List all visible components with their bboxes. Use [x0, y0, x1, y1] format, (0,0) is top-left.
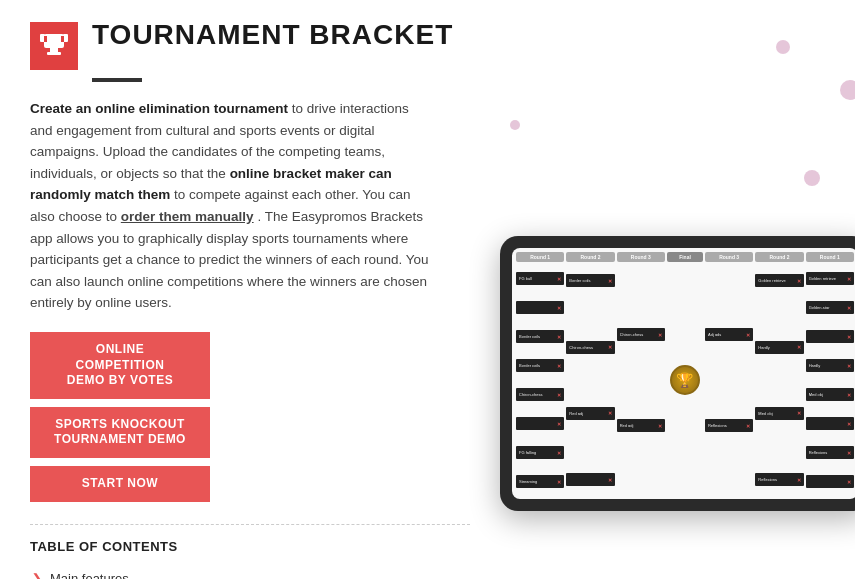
- title-underline: [92, 78, 142, 82]
- chevron-icon-1: ❯: [30, 572, 42, 579]
- bracket-slot-2-5: Red adj✕: [566, 407, 614, 420]
- toc-section: TABLE OF CONTENTS ❯ Main features ❯ Pric…: [30, 524, 470, 580]
- bracket-slot-3-2: Red adj✕: [617, 419, 665, 432]
- svg-rect-4: [47, 52, 61, 55]
- bracket-slot-6-1: Golden retrieve✕: [755, 274, 803, 287]
- tablet-mockup: Round 1 Round 2 Round 3 Final Round 3 Ro…: [500, 236, 855, 526]
- round-header-1: Round 1: [516, 252, 564, 262]
- bracket-slot-7-3: ✕: [806, 330, 854, 343]
- deco-dot-3: [510, 120, 520, 130]
- bracket-slot-7-2: Golden-star✕: [806, 301, 854, 314]
- round-header-7: Round 1: [806, 252, 854, 262]
- bracket-slot-1-5: Chiron-chess✕: [516, 388, 564, 401]
- desc-underline: order them manually: [121, 209, 254, 224]
- start-now-button[interactable]: START NOW: [30, 466, 210, 502]
- bracket-col-6: Golden retrieve✕ Hardly✕ Med obj✕: [755, 265, 803, 495]
- round-header-final: Final: [667, 252, 703, 262]
- bracket-slot-3-gap3: [617, 462, 665, 482]
- bracket-slot-7-1: Golden retrieve✕: [806, 272, 854, 285]
- tablet-frame: Round 1 Round 2 Round 3 Final Round 3 Ro…: [500, 236, 855, 511]
- bracket-slot-5-2: Reflexions✕: [705, 419, 753, 432]
- bracket-slot-2-3: Chiron-chess✕: [566, 341, 614, 354]
- bracket-slot-7-6: ✕: [806, 417, 854, 430]
- bracket-slot-2-6: [566, 440, 614, 453]
- deco-dot-2: [840, 80, 855, 100]
- left-column: TOURNAMENT BRACKET Create an online elim…: [30, 20, 470, 579]
- round-header-3: Round 3: [617, 252, 665, 262]
- button-group: ONLINE COMPETITIONDEMO BY VOTES SPORTS K…: [30, 332, 470, 502]
- bracket-slot-6-4: Reflexions✕: [755, 473, 803, 486]
- page-title: TOURNAMENT BRACKET: [92, 20, 453, 51]
- online-competition-button[interactable]: ONLINE COMPETITIONDEMO BY VOTES: [30, 332, 210, 399]
- bracket-slot-2-1: Border coils✕: [566, 274, 614, 287]
- description-text: Create an online elimination tournament …: [30, 98, 430, 314]
- toc-label-1: Main features: [50, 571, 129, 580]
- round-header-6: Round 2: [755, 252, 803, 262]
- deco-dot-7: [804, 170, 820, 186]
- bracket-slot-2-2: [566, 307, 614, 320]
- bracket-col-1: FG bull✕ ✕ Border coils✕ Border coils✕: [516, 265, 564, 495]
- bracket-slot-3-gap1: [617, 279, 665, 299]
- bracket-col-2: Border coils✕ Chiron-chess✕ Red adj✕: [566, 265, 614, 495]
- bracket-slot-3-gap2: [617, 370, 665, 390]
- bracket-area: Round 1 Round 2 Round 3 Final Round 3 Ro…: [512, 248, 855, 499]
- svg-rect-5: [44, 36, 47, 42]
- bracket-slot-1-8: Streaming✕: [516, 475, 564, 488]
- bracket-slot-3-1: Chiron-chess✕: [617, 328, 665, 341]
- svg-rect-3: [50, 48, 58, 52]
- deco-dot-1: [776, 40, 790, 54]
- bracket-slot-1-3: Border coils✕: [516, 330, 564, 343]
- bracket-slot-7-5: Med obj✕: [806, 388, 854, 401]
- bracket-slot-1-6: ✕: [516, 417, 564, 430]
- bracket-slot-1-4: Border coils✕: [516, 359, 564, 372]
- bracket-slot-5-1: Adj ads✕: [705, 328, 753, 341]
- bracket-col-7: Golden retrieve✕ Golden-star✕ ✕ Hardly✕: [806, 265, 854, 495]
- bracket-slot-2-4: [566, 374, 614, 387]
- bracket-slot-7-4: Hardly✕: [806, 359, 854, 372]
- round-headers: Round 1 Round 2 Round 3 Final Round 3 Ro…: [516, 252, 854, 262]
- toc-item-main-features[interactable]: ❯ Main features: [30, 564, 470, 580]
- desc-text-3: . The Easypromos Brackets app allows you…: [30, 209, 429, 310]
- desc-strong-1: Create an online elimination tournament: [30, 101, 288, 116]
- round-header-2: Round 2: [566, 252, 614, 262]
- bracket-final: 🏆: [667, 265, 703, 495]
- right-column: Round 1 Round 2 Round 3 Final Round 3 Ro…: [500, 20, 855, 579]
- sports-knockout-button[interactable]: SPORTS KNOCKOUTTOURNAMENT DEMO: [30, 407, 210, 458]
- bracket-slot-6-3: Med obj✕: [755, 407, 803, 420]
- bracket-col-3: Chiron-chess✕ Red adj✕: [617, 265, 665, 495]
- header-section: TOURNAMENT BRACKET: [30, 20, 470, 70]
- bracket-slot-1-7: FG falling✕: [516, 446, 564, 459]
- toc-title: TABLE OF CONTENTS: [30, 539, 470, 554]
- bracket-slot-7-8: ✕: [806, 475, 854, 488]
- svg-rect-6: [61, 36, 64, 42]
- bracket-slot-1-2: ✕: [516, 301, 564, 314]
- bracket-slot-1-1: FG bull✕: [516, 272, 564, 285]
- round-header-5: Round 3: [705, 252, 753, 262]
- tablet-screen: Round 1 Round 2 Round 3 Final Round 3 Ro…: [512, 248, 855, 499]
- bracket-col-5: Adj ads✕ Reflexions✕: [705, 265, 753, 495]
- page-wrapper: TOURNAMENT BRACKET Create an online elim…: [0, 0, 855, 579]
- bracket-slot-2-7: ✕: [566, 473, 614, 486]
- bracket-slot-6-2: Hardly✕: [755, 341, 803, 354]
- trophy-medal-icon: 🏆: [670, 365, 700, 395]
- bracket-main: FG bull✕ ✕ Border coils✕ Border coils✕: [516, 265, 854, 495]
- trophy-icon: [30, 22, 78, 70]
- bracket-slot-7-7: Reflexions✕: [806, 446, 854, 459]
